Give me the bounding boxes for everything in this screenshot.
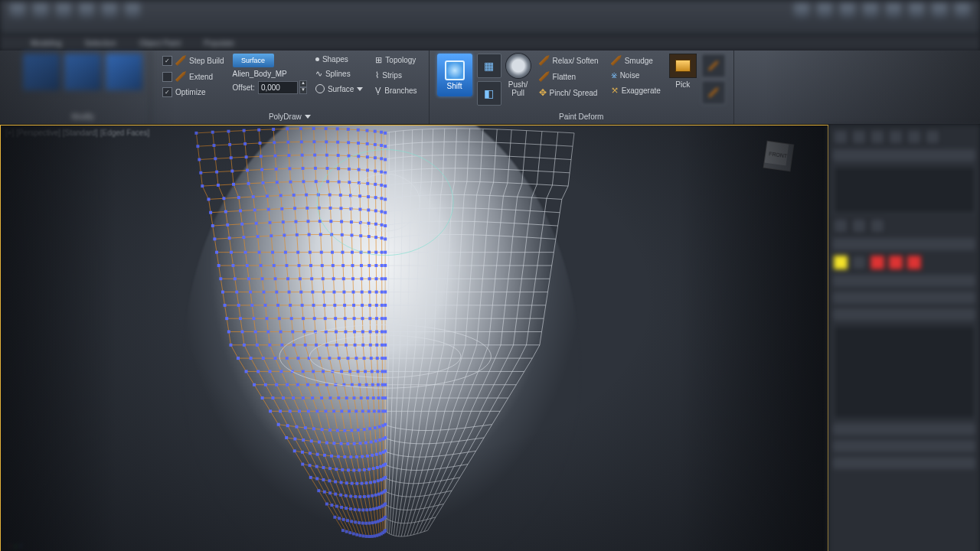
svg-line-1673 — [391, 398, 392, 411]
svg-line-2485 — [424, 518, 432, 531]
spinner-up-icon[interactable]: ▲ — [299, 80, 307, 87]
shift-button[interactable]: Shift — [437, 54, 472, 96]
svg-rect-1450 — [338, 357, 341, 360]
svg-line-2010 — [394, 455, 394, 468]
svg-line-1717 — [312, 398, 317, 411]
paintdeform-panel-label[interactable]: Paint Deform — [437, 110, 726, 122]
svg-line-121 — [444, 142, 445, 155]
strips-button[interactable]: ⌇ Strips — [371, 69, 420, 82]
svg-line-315 — [523, 171, 538, 171]
svg-line-242 — [555, 158, 571, 159]
svg-line-2284 — [407, 497, 410, 510]
polydraw-panel-label[interactable]: PolyDraw — [158, 110, 421, 122]
svg-line-1727 — [293, 398, 299, 411]
paint-options-button[interactable] — [701, 54, 726, 78]
svg-rect-185 — [366, 155, 369, 158]
svg-line-2003 — [390, 453, 394, 454]
svg-line-2143 — [441, 468, 447, 481]
svg-rect-1470 — [296, 357, 299, 360]
svg-rect-2154 — [309, 464, 312, 467]
svg-line-299 — [276, 168, 290, 169]
svg-line-2153 — [453, 465, 461, 478]
svg-line-1405 — [244, 345, 251, 358]
surface-button[interactable]: Surface — [312, 83, 367, 95]
svg-line-553 — [269, 209, 282, 210]
svg-rect-1133 — [301, 304, 304, 307]
constrain-button[interactable]: ▦ — [477, 54, 501, 78]
svg-line-1590 — [392, 385, 393, 398]
surface-mode-button[interactable]: Surface — [233, 54, 274, 67]
svg-line-815 — [510, 253, 511, 266]
svg-rect-1699 — [345, 396, 348, 399]
exaggerate-button[interactable]: ⤧ Exaggerate — [607, 83, 665, 97]
pinch-button[interactable]: ✥ Pinch/ Spread — [535, 86, 603, 99]
svg-line-2048 — [439, 455, 446, 456]
svg-rect-464 — [305, 194, 308, 197]
svg-line-493 — [545, 198, 547, 211]
svg-rect-1221 — [290, 317, 293, 320]
smudge-button[interactable]: Smudge — [607, 54, 665, 67]
offset-spinner[interactable]: ▲▼ — [258, 80, 307, 94]
svg-rect-2534 — [348, 531, 351, 534]
svg-line-1137 — [479, 305, 481, 318]
stepbuild-button[interactable]: ✓ Step Build — [158, 54, 228, 67]
constrain2-button[interactable]: ◧ — [477, 81, 501, 106]
viewcube[interactable]: FRONT — [763, 141, 795, 172]
svg-rect-175 — [380, 157, 383, 160]
topology-button[interactable]: ⊞ Topology — [371, 54, 420, 67]
svg-rect-2446 — [368, 522, 371, 525]
svg-rect-1196 — [344, 317, 347, 320]
svg-line-244 — [554, 158, 555, 171]
viewport[interactable]: [+] [Perspective] [Standard] [Edged Face… — [0, 125, 828, 551]
extend-button[interactable]: Extend — [158, 70, 228, 83]
spinner-down-icon[interactable]: ▼ — [299, 87, 307, 94]
svg-line-1043 — [312, 292, 313, 305]
optimize-button[interactable]: ✓ Optimize — [158, 86, 228, 99]
svg-rect-1606 — [358, 383, 361, 386]
pushpull-icon — [506, 54, 531, 78]
branches-button[interactable]: Ṿ Branches — [371, 84, 420, 97]
svg-rect-2510 — [373, 534, 376, 537]
shapes-button[interactable]: Shapes — [312, 54, 367, 65]
svg-line-1199 — [335, 318, 336, 331]
svg-line-2350 — [397, 509, 400, 510]
svg-line-1159 — [225, 305, 227, 318]
svg-line-156 — [540, 145, 541, 158]
optimize-checkbox[interactable]: ✓ — [162, 87, 172, 97]
svg-rect-2348 — [375, 507, 378, 510]
relax-button[interactable]: Relax/ Soften — [535, 54, 603, 67]
offset-input[interactable] — [258, 81, 298, 94]
paint-options2-button[interactable] — [701, 80, 726, 105]
svg-line-1904 — [475, 425, 483, 439]
svg-line-1068 — [250, 292, 252, 305]
svg-rect-909 — [231, 264, 234, 267]
svg-line-1936 — [366, 443, 368, 456]
noise-button[interactable]: ※ Noise — [607, 70, 665, 81]
svg-rect-2109 — [363, 468, 366, 471]
svg-line-172 — [389, 158, 395, 158]
splines-button[interactable]: ∿ Splines — [312, 67, 367, 80]
svg-line-1967 — [439, 443, 443, 456]
extend-checkbox[interactable] — [162, 72, 172, 82]
svg-rect-1475 — [286, 357, 289, 360]
relax-label: Relax/ Soften — [553, 57, 599, 65]
svg-rect-698 — [341, 233, 344, 236]
svg-line-1903 — [288, 425, 296, 439]
flatten-button[interactable]: Flatten — [535, 70, 603, 83]
svg-line-1345 — [371, 345, 371, 358]
svg-line-2058 — [453, 453, 461, 454]
svg-line-2055 — [440, 455, 446, 468]
svg-rect-2192 — [365, 481, 368, 484]
svg-rect-650 — [255, 222, 258, 225]
svg-line-2148 — [447, 467, 454, 480]
stepbuild-checkbox[interactable]: ✓ — [162, 56, 172, 66]
svg-rect-288 — [326, 167, 329, 170]
svg-line-312 — [508, 170, 508, 183]
svg-line-311 — [262, 170, 263, 183]
paintdeform-panel: Shift ▦ ◧ Push/ Pull Relax/ Soften — [430, 51, 734, 124]
svg-rect-1641 — [296, 383, 299, 386]
pick-button[interactable] — [669, 54, 697, 78]
svg-line-1064 — [505, 292, 507, 305]
svg-line-452 — [330, 195, 331, 208]
svg-rect-1231 — [265, 317, 268, 320]
